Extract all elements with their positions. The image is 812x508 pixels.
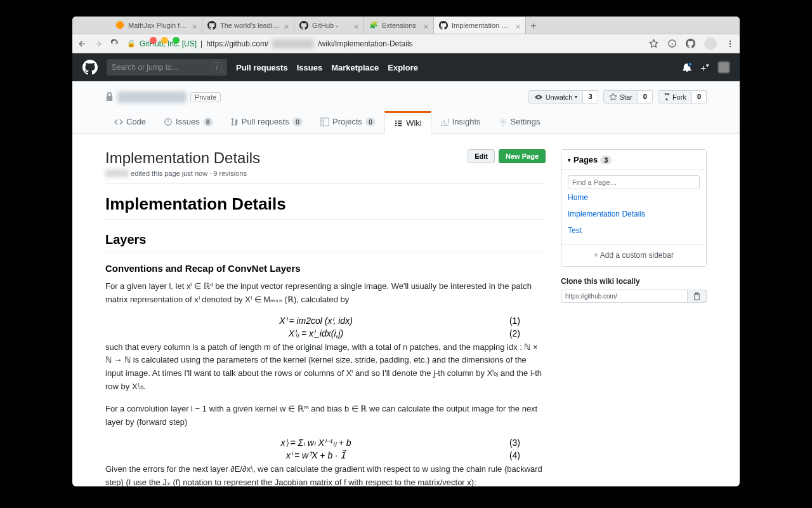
github-logo-icon[interactable] [82, 60, 98, 75]
new-page-button[interactable]: New Page [499, 149, 546, 163]
menu-icon[interactable] [726, 39, 735, 48]
close-icon[interactable]: ✕ [515, 23, 520, 28]
nav-pull-requests[interactable]: Pull requests [236, 63, 288, 72]
browser-tab-2[interactable]: GitHub - ✕ [294, 17, 364, 34]
tab-label: Extensions [382, 22, 421, 29]
tab-label: GitHub - [312, 22, 351, 29]
user-avatar[interactable] [718, 62, 730, 73]
tab-label: Implementation Details · [452, 22, 513, 29]
equation-3: xˡⱼ = Σᵢ wᵢ Xˡ⁻¹ᵢⱼ + b(3) [131, 438, 520, 448]
svg-point-1 [730, 40, 731, 41]
github-ext-icon[interactable] [686, 39, 695, 48]
svg-point-3 [730, 45, 731, 46]
para-3: For a convolution layer l − 1 with a giv… [105, 403, 546, 429]
private-label: Private [190, 92, 221, 102]
pages-box: ▾ Pages 3 Home Implementation Details Te… [561, 149, 707, 267]
github-icon [207, 21, 216, 30]
tab-issues[interactable]: Issues8 [155, 111, 222, 133]
new-tab-button[interactable]: + [526, 18, 541, 34]
pages-count: 3 [600, 156, 612, 164]
clone-label: Clone this wiki locally [561, 277, 707, 286]
browser-tab-strip: 🟠 MathJax Plugin for Github - E ✕ The wo… [72, 17, 740, 34]
notification-dot [688, 62, 693, 67]
find-page-input[interactable] [568, 175, 700, 189]
sidebar-link-test[interactable]: Test [568, 222, 700, 239]
svg-point-6 [502, 121, 504, 123]
tab-settings[interactable]: Settings [490, 111, 549, 133]
extension-icon: 🧩 [369, 21, 378, 30]
tab-label: The world's leading software [220, 22, 281, 29]
close-icon[interactable]: ✕ [353, 23, 358, 28]
browser-tab-4[interactable]: Implementation Details · ✕ [434, 17, 526, 34]
tab-label: MathJax Plugin for Github - E [128, 22, 189, 29]
tab-code[interactable]: Code [105, 111, 155, 133]
plus-icon: + [594, 251, 600, 260]
favicon: 🟠 [115, 21, 124, 30]
window-zoom[interactable] [173, 37, 180, 44]
window-close[interactable] [150, 37, 157, 44]
profile-avatar[interactable] [704, 37, 717, 50]
tab-wiki[interactable]: Wiki [384, 111, 431, 134]
para-2: such that every column is a patch of len… [105, 341, 546, 394]
para-4: Given the errors for the next layer ∂E/∂… [105, 463, 546, 486]
copy-button[interactable] [688, 290, 707, 303]
reload-button[interactable] [110, 39, 119, 48]
nav-explore[interactable]: Explore [388, 63, 418, 72]
tab-insights[interactable]: Insights [431, 111, 490, 133]
sidebar-link-home[interactable]: Home [568, 189, 700, 206]
fork-button[interactable]: Fork [658, 90, 692, 104]
github-header: Search or jump to... / Pull requests Iss… [72, 53, 740, 81]
search-placeholder: Search or jump to... [112, 63, 178, 72]
browser-tab-0[interactable]: 🟠 MathJax Plugin for Github - E ✕ [110, 17, 202, 34]
svg-rect-5 [321, 117, 329, 125]
wiki-page-title: Implementation Details [105, 149, 260, 167]
para-1: For a given layer l, let xˡ ∈ ℝᵈ be the … [105, 280, 546, 307]
browser-tab-3[interactable]: 🧩 Extensions ✕ [364, 17, 434, 34]
plus-icon[interactable]: +▾ [700, 62, 709, 73]
fork-count[interactable]: 0 [692, 90, 707, 104]
equation-1: Xˡ = im2col (xˡ, idx)(1) [131, 316, 520, 326]
clone-url-input[interactable] [561, 290, 688, 303]
github-icon [439, 21, 448, 30]
repo-header: xxxx xxxxx xxx Private Unwatch▾ 3 Star 0… [72, 81, 740, 134]
star-button[interactable]: Star [603, 90, 638, 104]
close-icon[interactable]: ✕ [192, 23, 197, 28]
wiki-meta: xxxxxx edited this page just now · 9 rev… [105, 170, 546, 184]
svg-rect-8 [696, 293, 698, 295]
tab-pull-requests[interactable]: Pull requests0 [222, 111, 311, 133]
star-count[interactable]: 0 [638, 90, 653, 104]
slash-shortcut: / [212, 62, 222, 72]
watch-count[interactable]: 3 [583, 90, 598, 104]
bell-icon[interactable] [683, 63, 691, 72]
close-icon[interactable]: ✕ [423, 23, 428, 28]
repo-owner-blurred: xxxx xxxxx xxx [117, 91, 187, 103]
info-icon[interactable] [667, 39, 677, 48]
add-sidebar-button[interactable]: + Add a custom sidebar [561, 244, 706, 266]
lock-icon [105, 92, 114, 102]
svg-point-2 [730, 43, 731, 44]
forward-button[interactable] [94, 39, 103, 48]
tab-projects[interactable]: Projects0 [311, 111, 384, 133]
equation-2: Xˡᵢⱼ = xˡ_idx(i,j)(2) [131, 328, 520, 338]
unwatch-button[interactable]: Unwatch▾ [528, 90, 584, 104]
edit-button[interactable]: Edit [468, 149, 495, 163]
nav-marketplace[interactable]: Marketplace [331, 63, 379, 72]
equation-4: xˡ = wᵀX + b · 1⃗(4) [131, 450, 520, 460]
browser-tab-1[interactable]: The world's leading software ✕ [202, 17, 294, 34]
github-icon [299, 21, 308, 30]
url-field[interactable]: 🔒 GitHub, Inc. [US] | https://github.com… [127, 39, 641, 48]
triangle-down-icon: ▾ [568, 157, 571, 163]
content-h1: Implementation Details [105, 194, 546, 220]
content-h3-conv: Conventions and Recap of ConvNet Layers [105, 263, 546, 274]
pages-header[interactable]: ▾ Pages 3 [561, 150, 706, 170]
back-button[interactable] [77, 39, 86, 48]
github-search[interactable]: Search or jump to... / [107, 59, 227, 76]
lock-icon: 🔒 [127, 39, 136, 48]
clipboard-icon [693, 292, 701, 300]
star-icon[interactable] [649, 39, 658, 48]
nav-issues[interactable]: Issues [297, 63, 322, 72]
close-icon[interactable]: ✕ [284, 23, 289, 28]
sidebar-link-impl[interactable]: Implementation Details [568, 206, 700, 222]
content-h2-layers: Layers [105, 232, 546, 251]
window-minimize[interactable] [161, 37, 168, 44]
